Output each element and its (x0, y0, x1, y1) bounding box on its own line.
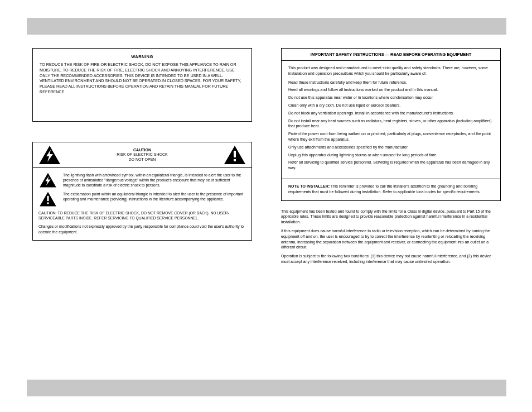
exclamation-icon (38, 191, 57, 207)
list-item: Read these instructions carefully and ke… (288, 80, 494, 85)
list-item: Protect the power cord from being walked… (288, 131, 494, 142)
left-column: WARNING TO REDUCE THE RISK OF FIRE OR EL… (32, 48, 252, 372)
list-item: Clean only with a dry cloth. Do not use … (288, 103, 494, 108)
caution-panel-body: The lightning flash with arrowhead symbo… (33, 168, 252, 240)
installer-note-label: NOTE TO INSTALLER: (288, 184, 330, 188)
lightning-bolt-icon (38, 145, 61, 165)
compliance-p2: If this equipment does cause harmful int… (281, 228, 501, 250)
lightning-bolt-icon (38, 173, 57, 188)
warning-title: WARNING (40, 54, 245, 60)
safety-instructions-list: Read these instructions carefully and ke… (288, 80, 494, 171)
safety-instructions-intro: This product was designed and manufactur… (288, 65, 494, 76)
list-item: Only use attachments and accessories spe… (288, 145, 494, 150)
safety-instructions-title: IMPORTANT SAFETY INSTRUCTIONS — READ BEF… (282, 49, 500, 61)
footer-bar (27, 380, 506, 396)
compliance-note: This equipment has been tested and found… (281, 209, 501, 265)
svg-rect-3 (234, 151, 236, 157)
safety-instructions-box: IMPORTANT SAFETY INSTRUCTIONS — READ BEF… (281, 48, 501, 201)
list-item: Do not use this apparatus near water or … (288, 95, 494, 100)
compliance-p3: Operation is subject to the following tw… (281, 253, 501, 265)
warning-text: TO REDUCE THE RISK OF FIRE OR ELECTRIC S… (40, 62, 245, 94)
exclamation-icon (224, 145, 246, 165)
svg-rect-4 (234, 159, 236, 161)
caution-head-line2: RISK OF ELECTRIC SHOCK (117, 152, 167, 157)
svg-rect-9 (47, 202, 49, 204)
list-item: Unplug this apparatus during lightning s… (288, 152, 494, 158)
caution-panel: CAUTION RISK OF ELECTRIC SHOCK DO NOT OP… (32, 142, 252, 241)
caution-head-line1: CAUTION (117, 148, 167, 152)
warning-box: WARNING TO REDUCE THE RISK OF FIRE OR EL… (32, 48, 252, 122)
list-item: Do not block any ventilation openings. I… (288, 111, 494, 116)
safety-instructions-body: This product was designed and manufactur… (282, 61, 500, 179)
caution-plain-2: Changes or modifications not expressly a… (38, 224, 246, 234)
caution-bolt-text: The lightning flash with arrowhead symbo… (63, 173, 246, 188)
right-column: IMPORTANT SAFETY INSTRUCTIONS — READ BEF… (281, 48, 501, 372)
compliance-p1: This equipment has been tested and found… (281, 209, 501, 225)
caution-plain-1: CAUTION: TO REDUCE THE RISK OF ELECTRIC … (38, 210, 246, 221)
caution-panel-head: CAUTION RISK OF ELECTRIC SHOCK DO NOT OP… (33, 142, 252, 168)
list-item: Do not install near any heat sources suc… (288, 118, 494, 130)
list-item: Heed all warnings and follow all instruc… (288, 87, 494, 93)
list-item: Refer all servicing to qualified service… (288, 160, 494, 171)
caution-head-text: CAUTION RISK OF ELECTRIC SHOCK DO NOT OP… (117, 148, 167, 162)
svg-rect-8 (47, 196, 49, 201)
caution-excl-text: The exclamation point within an equilate… (63, 191, 246, 207)
page-body: WARNING TO REDUCE THE RISK OF FIRE OR EL… (32, 48, 501, 372)
installer-note: NOTE TO INSTALLER: This reminder is prov… (282, 179, 500, 200)
header-bar (27, 18, 506, 35)
caution-head-line3: DO NOT OPEN (117, 157, 167, 162)
